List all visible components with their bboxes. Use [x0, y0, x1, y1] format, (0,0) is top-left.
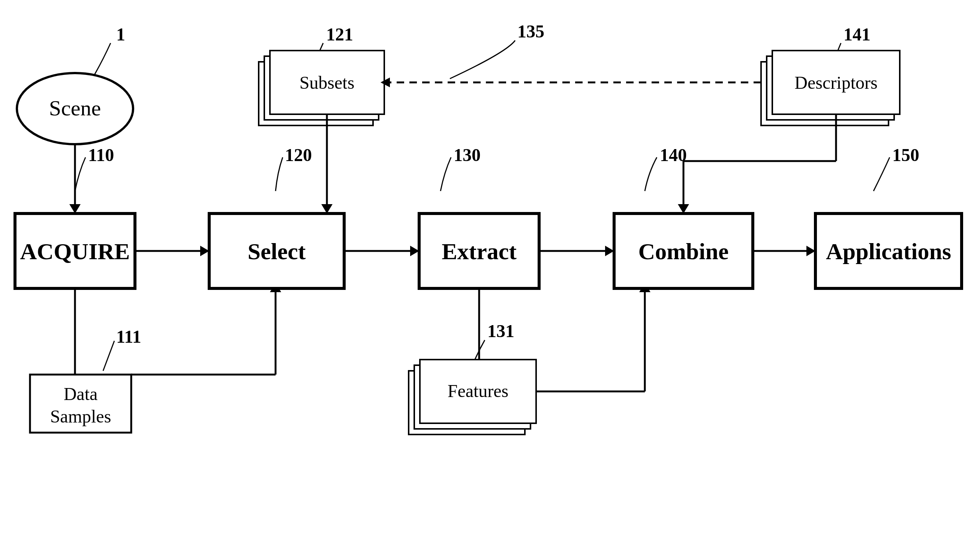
ref-111: 111: [116, 327, 142, 346]
ref-131: 131: [487, 321, 514, 341]
extract-label: Extract: [442, 239, 517, 264]
acquire-label: ACQUIRE: [20, 239, 130, 264]
data-samples-label2: Samples: [50, 406, 111, 426]
select-label: Select: [248, 239, 306, 264]
ref-110: 110: [88, 145, 114, 165]
applications-label: Applications: [826, 239, 951, 264]
ref-150: 150: [892, 145, 919, 165]
subsets-label: Subsets: [299, 73, 355, 92]
combine-label: Combine: [638, 239, 729, 264]
descriptors-label: Descriptors: [794, 73, 877, 92]
data-samples-label1: Data: [64, 384, 98, 404]
scene-label: Scene: [49, 96, 101, 120]
ref-141: 141: [843, 24, 870, 44]
ref-121: 121: [326, 24, 353, 44]
ref-1: 1: [116, 24, 125, 44]
ref-130: 130: [453, 145, 480, 165]
ref-135: 135: [517, 21, 544, 41]
features-label: Features: [448, 381, 509, 401]
diagram-container: 1 Scene 110 ACQUIRE 111 Data Samples: [0, 0, 980, 536]
ref-120: 120: [285, 145, 312, 165]
